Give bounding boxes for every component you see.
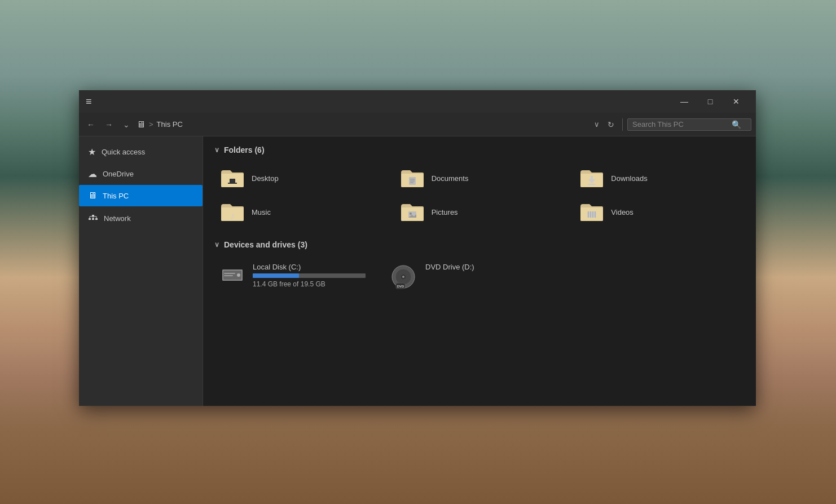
folder-music-label: Music [252,208,271,216]
folder-videos[interactable]: Videos [574,197,745,227]
address-chevron-icon[interactable]: ∨ [592,119,602,130]
back-button[interactable]: ← [83,118,98,131]
folder-documents[interactable]: Documents [394,163,565,193]
sidebar-item-quick-access[interactable]: ★ Quick access [79,141,203,163]
svg-point-20 [410,213,412,215]
svg-text:♪: ♪ [230,211,235,220]
local-disk-name: Local Disk (C:) [253,263,366,271]
path-separator: > [149,120,153,129]
sidebar: ★ Quick access ☁ OneDrive 🖥 This PC [79,136,203,406]
dvd-drive-name: DVD Drive (D:) [425,263,474,271]
devices-chevron-icon: ∨ [214,241,219,249]
svg-rect-32 [224,275,233,276]
search-box[interactable]: 🔍 [627,118,751,131]
hamburger-icon[interactable]: ≡ [86,96,92,108]
sidebar-label-quick-access: Quick access [102,148,145,156]
sidebar-item-this-pc[interactable]: 🖥 This PC [79,185,203,206]
svg-rect-10 [228,183,237,184]
content-pane: ∨ Folders (6) Desktop [203,136,756,406]
disk-usage-bar-container [253,273,366,278]
path-label: This PC [157,120,183,129]
folder-desktop-label: Desktop [252,174,279,183]
network-icon [88,212,98,224]
folder-downloads[interactable]: Downloads [574,163,745,193]
history-button[interactable]: ⌄ [120,118,133,131]
search-input[interactable] [632,120,728,129]
svg-rect-0 [89,218,91,220]
monitor-icon: 🖥 [137,120,146,130]
search-icon: 🔍 [732,120,741,129]
sidebar-item-network[interactable]: Network [79,206,203,230]
svg-rect-2 [95,218,98,220]
minimize-button[interactable]: — [671,90,697,113]
devices-section-header[interactable]: ∨ Devices and drives (3) [214,240,745,249]
refresh-icon[interactable]: ↻ [604,118,618,131]
address-path: 🖥 > This PC [137,120,588,130]
folder-documents-label: Documents [432,174,469,183]
folder-videos-label: Videos [611,208,633,216]
star-icon: ★ [88,147,96,157]
svg-rect-16 [591,176,593,180]
disk-usage-bar-fill [253,273,299,278]
folders-section-header[interactable]: ∨ Folders (6) [214,145,745,154]
local-disk-info: Local Disk (C:) 11.4 GB free of 19.5 GB [253,263,366,288]
sidebar-item-onedrive[interactable]: ☁ OneDrive [79,163,203,185]
folders-chevron-icon: ∨ [214,146,219,154]
svg-text:DVD: DVD [397,285,404,288]
svg-rect-17 [588,184,596,185]
svg-point-30 [237,273,240,277]
maximize-button[interactable]: □ [697,90,723,113]
address-divider [622,118,623,131]
svg-rect-1 [92,218,94,220]
title-bar: ≡ — □ ✕ [79,90,756,113]
folder-downloads-label: Downloads [611,174,647,183]
sidebar-label-onedrive: OneDrive [103,170,134,178]
svg-rect-31 [224,273,235,274]
folder-pictures[interactable]: Pictures [394,197,565,227]
folder-desktop[interactable]: Desktop [214,163,385,193]
folder-pictures-label: Pictures [432,208,458,216]
forward-button[interactable]: → [102,118,116,131]
close-button[interactable]: ✕ [723,90,749,113]
sidebar-label-network: Network [104,214,131,223]
address-bar: ← → ⌄ 🖥 > This PC ∨ ↻ 🔍 [79,113,756,136]
devices-grid: Local Disk (C:) 11.4 GB free of 19.5 GB [214,258,745,295]
computer-icon: 🖥 [88,191,97,201]
folder-music[interactable]: ♪ Music [214,197,385,227]
device-local-disk[interactable]: Local Disk (C:) 11.4 GB free of 19.5 GB [214,258,372,295]
address-right-controls: ∨ ↻ 🔍 [592,118,751,131]
dvd-drive-info: DVD Drive (D:) [425,263,474,271]
svg-rect-9 [230,179,235,183]
main-area: ★ Quick access ☁ OneDrive 🖥 This PC [79,136,756,406]
device-dvd-drive[interactable]: DVD DVD Drive (D:) [384,258,542,295]
svg-point-38 [402,276,404,278]
window-controls: — □ ✕ [671,90,749,113]
folders-grid: Desktop Documents [214,163,745,227]
folders-section-label: Folders (6) [224,145,265,154]
sidebar-label-this-pc: This PC [103,192,129,200]
file-explorer-window: ≡ — □ ✕ ← → ⌄ 🖥 > This PC ∨ ↻ 🔍 [79,90,756,406]
cloud-icon: ☁ [88,169,97,179]
local-disk-free-label: 11.4 GB free of 19.5 GB [253,280,366,288]
devices-section-label: Devices and drives (3) [224,240,307,249]
